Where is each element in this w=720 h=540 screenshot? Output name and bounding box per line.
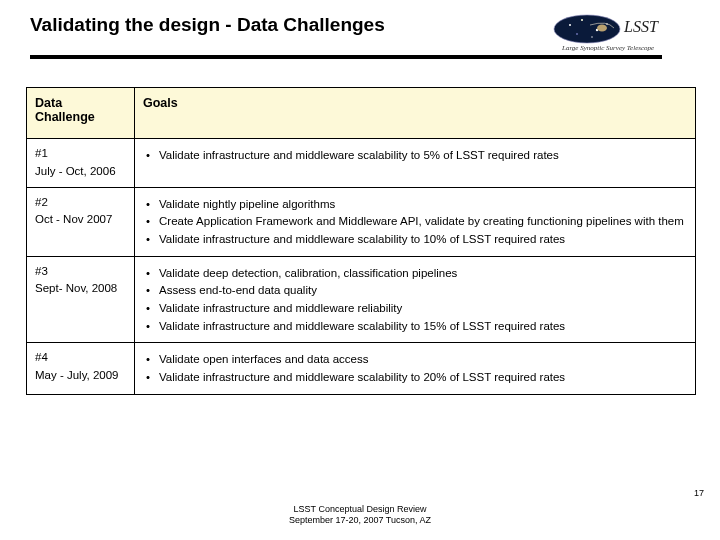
dc-id: #3 [35,263,126,281]
dc-dates: May - July, 2009 [35,367,126,385]
dc-dates: Oct - Nov 2007 [35,211,126,229]
header-goals: Goals [135,88,696,139]
page-title: Validating the design - Data Challenges [30,14,385,36]
table-row: #4 May - July, 2009 Validate open interf… [27,343,696,394]
svg-point-3 [581,19,583,21]
table-row: #1 July - Oct, 2006 Validate infrastruct… [27,139,696,188]
goals-list: Validate open interfaces and data access… [143,351,687,385]
dc-dates: Sept- Nov, 2008 [35,280,126,298]
goal-item: Assess end-to-end data quality [157,282,687,299]
goal-item: Validate infrastructure and middleware s… [157,147,687,164]
svg-point-7 [591,36,592,37]
goals-list: Validate deep detection, calibration, cl… [143,265,687,335]
dc-id: #4 [35,349,126,367]
page-number: 17 [694,488,704,498]
footer-line1: LSST Conceptual Design Review [0,504,720,515]
title-underline [30,55,662,59]
dc-dates: July - Oct, 2006 [35,163,126,181]
svg-point-2 [569,24,571,26]
goal-item: Validate infrastructure and middleware s… [157,231,687,248]
goal-item: Validate open interfaces and data access [157,351,687,368]
lsst-logo: LSST Large Synoptic Survey Telescope [552,10,702,60]
goal-item: Validate infrastructure and middleware r… [157,300,687,317]
logo-fullname: Large Synoptic Survey Telescope [561,44,654,52]
table-row: #3 Sept- Nov, 2008 Validate deep detecti… [27,256,696,343]
data-challenge-table: Data Challenge Goals #1 July - Oct, 2006… [26,87,696,395]
goal-item: Validate nightly pipeline algorithms [157,196,687,213]
dc-id: #1 [35,145,126,163]
footer: LSST Conceptual Design Review September … [0,504,720,527]
goal-item: Validate deep detection, calibration, cl… [157,265,687,282]
footer-line2: September 17-20, 2007 Tucson, AZ [0,515,720,526]
goals-list: Validate infrastructure and middleware s… [143,147,687,164]
goal-item: Validate infrastructure and middleware s… [157,369,687,386]
header-data-challenge: Data Challenge [27,88,135,139]
goal-item: Validate infrastructure and middleware s… [157,318,687,335]
logo-acronym: LSST [623,18,659,35]
goals-list: Validate nightly pipeline algorithms Cre… [143,196,687,248]
table-row: #2 Oct - Nov 2007 Validate nightly pipel… [27,187,696,256]
svg-point-8 [597,25,607,32]
svg-point-6 [576,33,578,35]
dc-id: #2 [35,194,126,212]
goal-item: Create Application Framework and Middlew… [157,213,687,230]
